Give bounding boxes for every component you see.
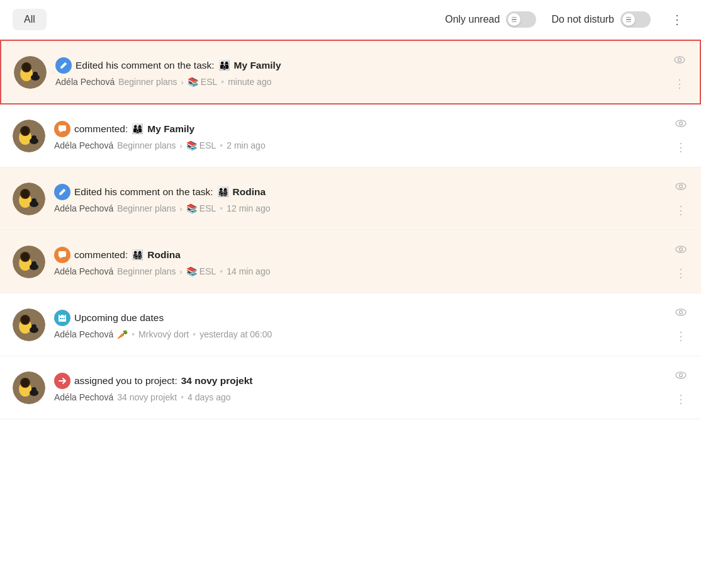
notification-type-icon <box>54 184 70 200</box>
notification-item[interactable]: commented:👨‍👩‍👧‍👦Rodina Adéla PechováBeg… <box>0 230 701 293</box>
toggle-line <box>512 19 517 20</box>
svg-point-47 <box>676 309 686 315</box>
toggle-line <box>626 19 631 20</box>
notification-item[interactable]: Upcoming due dates Adéla Pechová🥕•Mrkvov… <box>0 293 701 356</box>
notif-content: Edited his comment on the task:👨‍👩‍👦My F… <box>55 57 663 87</box>
notif-content: Upcoming due dates Adéla Pechová🥕•Mrkvov… <box>54 310 665 339</box>
toggle-line <box>512 21 517 23</box>
notif-subtitle: Adéla PechováBeginner plans›📚 ESL•2 min … <box>54 140 665 150</box>
only-unread-label: Only unread <box>445 14 500 25</box>
notif-title-row: Edited his comment on the task:👨‍👩‍👧‍👦Ro… <box>54 184 665 200</box>
notif-title-prefix: commented: <box>74 249 128 261</box>
svg-point-22 <box>31 198 36 203</box>
svg-rect-46 <box>64 318 65 319</box>
notification-type-icon <box>54 373 70 389</box>
notif-more-button[interactable]: ⋮ <box>674 265 688 281</box>
do-not-disturb-group: Do not disturb <box>551 11 651 28</box>
notification-item[interactable]: Edited his comment on the task:👨‍👩‍👧‍👦Ro… <box>0 167 701 230</box>
notif-more-button[interactable]: ⋮ <box>674 202 688 218</box>
notif-title-prefix: commented: <box>74 123 128 135</box>
notif-actions: ⋮ <box>673 242 688 281</box>
notif-title-bold: My Family <box>147 123 194 135</box>
notif-time: 4 days ago <box>188 392 231 402</box>
svg-point-24 <box>680 185 683 188</box>
notif-title-row: Upcoming due dates <box>54 310 665 326</box>
svg-point-6 <box>675 57 685 63</box>
toggle-lines-icon-2 <box>626 17 631 23</box>
notif-content: commented:👨‍👩‍👦My Family Adéla PechováBe… <box>54 121 665 150</box>
toggle-line <box>512 17 517 18</box>
svg-rect-41 <box>59 315 66 317</box>
svg-point-32 <box>676 246 686 252</box>
svg-point-5 <box>33 72 38 77</box>
notif-author: Adéla Pechová <box>54 392 113 402</box>
notif-title-row: assigned you to project:34 novy projekt <box>54 373 665 389</box>
notif-title-emoji: 👨‍👩‍👧‍👦 <box>132 249 143 261</box>
mark-read-button[interactable] <box>673 305 688 323</box>
mark-read-button[interactable] <box>673 116 688 134</box>
notif-arrow: › <box>180 267 182 276</box>
mark-read-button[interactable] <box>672 52 687 71</box>
notification-type-icon <box>54 247 70 263</box>
notif-more-button[interactable]: ⋮ <box>674 139 688 155</box>
notif-arrow: › <box>181 77 184 87</box>
dot-sep: • <box>220 266 223 276</box>
svg-point-15 <box>676 120 686 127</box>
mark-read-button[interactable] <box>673 242 688 260</box>
notif-subtitle: Adéla Pechová🥕•Mrkvový dort•yesterday at… <box>54 329 665 339</box>
notif-subtitle: Adéla PechováBeginner plans›📚 ESL•14 min… <box>54 266 665 276</box>
notification-item[interactable]: Edited his comment on the task:👨‍👩‍👦My F… <box>0 40 701 105</box>
notif-title-emoji: 👨‍👩‍👧‍👦 <box>217 186 229 198</box>
notif-time: 14 min ago <box>227 266 270 276</box>
svg-point-20 <box>21 189 29 198</box>
svg-point-39 <box>31 324 36 329</box>
svg-point-54 <box>31 387 36 392</box>
notification-type-icon <box>54 310 70 326</box>
mark-read-button[interactable] <box>673 368 688 386</box>
toggle-lines-icon <box>512 17 517 23</box>
notif-title-emoji: 👨‍👩‍👦 <box>218 60 230 71</box>
notif-title-bold: Rodina <box>233 186 266 198</box>
dot-sep: • <box>193 329 196 339</box>
notif-arrow: › <box>180 204 182 213</box>
dot-sep: • <box>132 329 135 339</box>
notif-title-row: commented:👨‍👩‍👦My Family <box>54 121 665 137</box>
svg-rect-14 <box>59 125 66 131</box>
do-not-disturb-label: Do not disturb <box>551 14 614 25</box>
notif-content: Edited his comment on the task:👨‍👩‍👧‍👦Ro… <box>54 184 665 213</box>
notification-item[interactable]: assigned you to project:34 novy projekt … <box>0 356 701 419</box>
notif-title-prefix: Edited his comment on the task: <box>74 186 213 198</box>
mark-read-button[interactable] <box>673 179 688 197</box>
svg-point-30 <box>31 261 36 266</box>
notif-time: 12 min ago <box>227 203 270 213</box>
svg-point-23 <box>676 183 686 189</box>
only-unread-toggle[interactable] <box>506 11 536 28</box>
toggle-line <box>626 21 631 23</box>
notif-title-row: commented:👨‍👩‍👧‍👦Rodina <box>54 247 665 263</box>
svg-point-7 <box>678 59 681 62</box>
notif-author: Adéla Pechová <box>55 77 115 87</box>
notif-more-button[interactable]: ⋮ <box>673 76 687 92</box>
notif-more-button[interactable]: ⋮ <box>674 391 688 407</box>
notif-more-button[interactable]: ⋮ <box>674 328 688 344</box>
svg-point-11 <box>21 127 29 135</box>
do-not-disturb-toggle[interactable] <box>620 11 651 28</box>
notification-item[interactable]: commented:👨‍👩‍👦My Family Adéla PechováBe… <box>0 105 701 167</box>
notif-subtitle: Adéla PechováBeginner plans›📚 ESL•12 min… <box>54 203 665 213</box>
only-unread-group: Only unread <box>445 11 536 28</box>
svg-point-48 <box>680 311 683 314</box>
svg-point-56 <box>680 374 683 377</box>
svg-point-33 <box>680 248 683 251</box>
notif-author: Adéla Pechová <box>54 329 113 339</box>
svg-point-55 <box>676 372 686 378</box>
toggle-knob <box>508 13 520 26</box>
svg-point-3 <box>23 63 30 72</box>
notif-section: Mrkvový dort <box>138 329 189 339</box>
all-button[interactable]: All <box>13 9 47 30</box>
notif-time: yesterday at 06:00 <box>199 329 272 339</box>
notif-actions: ⋮ <box>672 52 687 92</box>
notif-actions: ⋮ <box>673 305 688 344</box>
svg-rect-44 <box>60 318 61 319</box>
more-options-button[interactable]: ⋮ <box>666 9 688 30</box>
dot-sep: • <box>221 77 224 87</box>
